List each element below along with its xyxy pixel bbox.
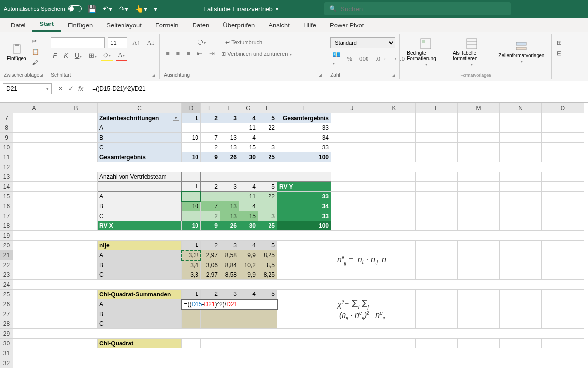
align-top-icon[interactable]: ≡ xyxy=(164,37,171,47)
cell[interactable]: 26 xyxy=(220,221,239,231)
cell[interactable]: 26 xyxy=(220,152,239,162)
col-header-b[interactable]: B xyxy=(55,103,98,113)
cell[interactable]: 30 xyxy=(239,221,258,231)
fill-color-button[interactable]: ◇▾ xyxy=(101,50,113,61)
cell[interactable]: 10 xyxy=(182,152,201,162)
dialog-launcher-icon[interactable]: ◢ xyxy=(392,73,395,78)
cut-icon[interactable]: ✂ xyxy=(31,37,40,46)
col-header-n[interactable]: N xyxy=(500,103,542,113)
row-header[interactable]: 15 xyxy=(0,192,13,201)
cell[interactable]: 3 xyxy=(220,113,239,123)
cell[interactable]: 22 xyxy=(258,123,277,133)
percent-icon[interactable]: % xyxy=(345,54,354,64)
cell[interactable]: 11 xyxy=(239,192,258,201)
cell[interactable]: 13 xyxy=(220,211,239,221)
row-header[interactable]: 22 xyxy=(0,260,13,270)
tab-start[interactable]: Start xyxy=(32,17,61,32)
increase-decimal-icon[interactable]: .0→ xyxy=(374,54,389,64)
row-header[interactable]: 26 xyxy=(0,299,13,309)
tab-powerpivot[interactable]: Power Pivot xyxy=(323,19,370,32)
touch-icon[interactable]: 👆▾ xyxy=(135,5,147,13)
toggle-switch[interactable] xyxy=(68,5,82,12)
align-center-icon[interactable]: ≡ xyxy=(174,49,182,59)
increase-font-icon[interactable]: A↑ xyxy=(130,38,142,48)
row-header[interactable]: 10 xyxy=(0,143,13,152)
cell[interactable]: 8,58 xyxy=(220,250,239,260)
align-right-icon[interactable]: ≡ xyxy=(185,49,192,59)
cell[interactable]: Zeilenbeschriftungen▾ xyxy=(98,113,182,123)
cell[interactable]: 2 xyxy=(201,182,220,192)
cell[interactable]: 2,97 xyxy=(201,250,220,260)
worksheet-grid[interactable]: A B C D E F G H I J K L M N O 7 Zeilenbe… xyxy=(0,103,588,368)
cell-d15-active[interactable] xyxy=(182,192,201,201)
cell[interactable]: 8,84 xyxy=(220,260,239,270)
name-box[interactable]: D21▾ xyxy=(3,83,52,94)
dialog-launcher-icon[interactable]: ◢ xyxy=(152,73,155,78)
row-header[interactable]: 29 xyxy=(0,329,13,339)
cell[interactable]: 13 xyxy=(220,133,239,143)
cell[interactable]: 10 xyxy=(182,133,201,143)
align-middle-icon[interactable]: ≡ xyxy=(174,37,182,47)
col-header-l[interactable]: L xyxy=(416,103,458,113)
row-header[interactable]: 18 xyxy=(0,221,13,231)
select-all-button[interactable] xyxy=(0,103,13,113)
cell[interactable]: 33 xyxy=(277,192,331,201)
cell[interactable]: 1 xyxy=(182,241,201,250)
col-header-m[interactable]: M xyxy=(458,103,500,113)
fx-button[interactable]: fx xyxy=(78,85,83,92)
dialog-launcher-icon[interactable]: ◢ xyxy=(318,73,322,78)
cell[interactable]: 4 xyxy=(239,113,258,123)
font-name-input[interactable] xyxy=(51,37,105,48)
redo-icon[interactable]: ↷▾ xyxy=(119,5,128,13)
cell[interactable]: Gesamtergebnis xyxy=(277,113,331,123)
cell[interactable]: 33 xyxy=(277,123,331,133)
cell[interactable]: C xyxy=(98,211,182,221)
copy-icon[interactable]: 📋 xyxy=(31,48,40,56)
thousands-icon[interactable]: 000 xyxy=(357,54,371,64)
tab-hilfe[interactable]: Hilfe xyxy=(296,19,323,32)
cell[interactable]: 4 xyxy=(239,133,258,143)
cell[interactable]: 33 xyxy=(277,211,331,221)
col-header-c[interactable]: C xyxy=(98,103,182,113)
row-header[interactable]: 24 xyxy=(0,280,13,290)
cell[interactable]: nije xyxy=(98,241,182,250)
format-painter-icon[interactable]: 🖌 xyxy=(31,58,40,67)
paste-button[interactable]: Einfügen xyxy=(4,41,29,63)
insert-cells-icon[interactable]: ⊞ xyxy=(556,38,563,47)
cell[interactable]: 2 xyxy=(201,143,220,152)
cell[interactable]: 5 xyxy=(258,113,277,123)
increase-indent-icon[interactable]: ⇥ xyxy=(207,49,217,59)
cell[interactable]: 100 xyxy=(277,152,331,162)
cell[interactable] xyxy=(220,123,239,133)
cell[interactable]: 8,25 xyxy=(258,250,277,260)
cell[interactable] xyxy=(201,123,220,133)
cell[interactable]: 25 xyxy=(258,152,277,162)
row-header[interactable]: 16 xyxy=(0,201,13,211)
cell[interactable]: 13 xyxy=(220,201,239,211)
cell[interactable]: 1 xyxy=(182,182,201,192)
decrease-indent-icon[interactable]: ⇤ xyxy=(195,49,204,59)
cell[interactable]: A xyxy=(98,250,182,260)
col-header-o[interactable]: O xyxy=(542,103,584,113)
cell[interactable]: 1 xyxy=(182,113,201,123)
cell[interactable]: 3,06 xyxy=(201,260,220,270)
tab-seitenlayout[interactable]: Seitenlayout xyxy=(99,19,148,32)
search-input[interactable] xyxy=(341,5,506,13)
row-header[interactable]: 31 xyxy=(0,348,13,358)
cell[interactable]: 10 xyxy=(182,201,201,211)
cell[interactable]: 5 xyxy=(258,241,277,250)
italic-button[interactable]: K xyxy=(62,51,70,61)
cell[interactable]: B xyxy=(98,201,182,211)
row-header[interactable]: 30 xyxy=(0,339,13,348)
row-header[interactable]: 32 xyxy=(0,358,13,368)
cell[interactable]: 7 xyxy=(201,133,220,143)
row-header[interactable]: 13 xyxy=(0,172,13,182)
col-header-g[interactable]: G xyxy=(239,103,258,113)
cell[interactable]: A xyxy=(98,123,182,133)
align-bottom-icon[interactable]: ≡ xyxy=(185,37,192,47)
decrease-font-icon[interactable]: A↓ xyxy=(145,38,157,48)
undo-icon[interactable]: ↶▾ xyxy=(103,5,112,13)
cell[interactable]: 34 xyxy=(277,133,331,143)
cell-d21-marquee[interactable]: 3,3! xyxy=(182,250,201,260)
cell[interactable]: 8,25 xyxy=(258,270,277,280)
